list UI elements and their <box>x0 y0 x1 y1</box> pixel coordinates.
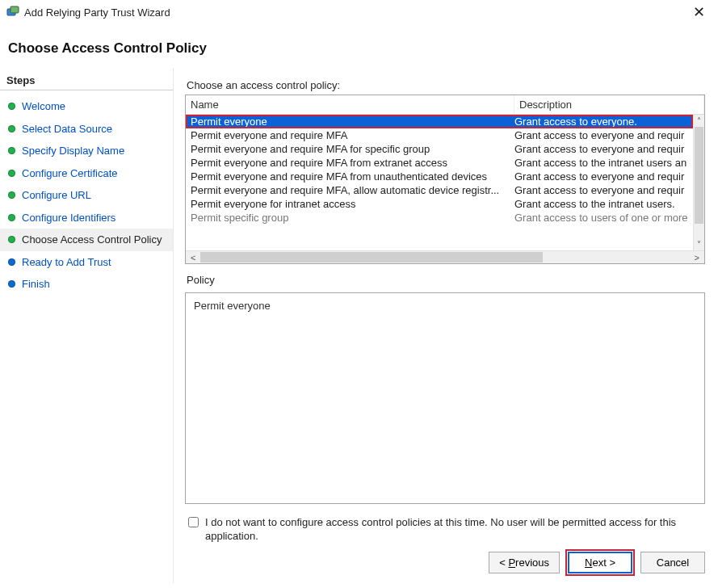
adfs-wizard-icon <box>6 6 19 19</box>
horizontal-scrollbar[interactable]: < > <box>186 250 704 263</box>
scroll-thumb-h[interactable] <box>200 252 543 262</box>
scroll-right-icon[interactable]: > <box>690 253 704 262</box>
table-row[interactable]: Permit everyone and require MFA for spec… <box>186 142 693 156</box>
table-header: Name Description <box>186 95 704 115</box>
steps-header: Steps <box>0 71 173 90</box>
cell-name: Permit everyone <box>191 116 514 128</box>
step-label: Configure Certificate <box>22 166 118 181</box>
cell-name: Permit everyone for intranet access <box>191 198 514 210</box>
cell-description: Grant access to everyone and requir <box>514 184 688 196</box>
close-icon[interactable]: ✕ <box>688 5 710 19</box>
step-label: Welcome <box>22 99 65 114</box>
scroll-track[interactable] <box>694 127 704 238</box>
step-label: Finish <box>22 277 50 292</box>
cell-description: Grant access to everyone and requir <box>514 129 688 141</box>
cancel-button[interactable]: Cancel <box>640 552 705 573</box>
cell-name: Permit everyone and require MFA <box>191 129 514 141</box>
policy-preview: Permit everyone <box>185 292 705 504</box>
table-row[interactable]: Permit specific groupGrant access to use… <box>186 211 693 225</box>
wizard-buttons: < PPreviousrevious Next >Next > Cancel <box>185 552 705 577</box>
table-row[interactable]: Permit everyone and require MFA, allow a… <box>186 183 693 197</box>
scroll-left-icon[interactable]: < <box>186 253 200 262</box>
step-item[interactable]: Configure URL <box>0 184 173 207</box>
main-panel: Choose an access control policy: Name De… <box>174 68 718 583</box>
cell-name: Permit everyone and require MFA from una… <box>191 170 514 183</box>
cell-description: Grant access to the intranet users. <box>514 198 688 210</box>
step-item[interactable]: Welcome <box>0 95 173 118</box>
col-name[interactable]: Name <box>186 95 514 114</box>
step-label: Choose Access Control Policy <box>22 233 162 247</box>
cell-description: Grant access to everyone. <box>514 116 688 128</box>
skip-policy-label: I do not want to configure access contro… <box>205 515 702 544</box>
vertical-scrollbar[interactable]: ˄ ˅ <box>693 115 704 250</box>
svg-rect-1 <box>10 6 19 13</box>
scroll-up-icon[interactable]: ˄ <box>697 115 701 127</box>
title-bar: Add Relying Party Trust Wizard ✕ <box>0 0 718 24</box>
cell-name: Permit everyone and require MFA, allow a… <box>191 184 514 196</box>
cell-name: Permit specific group <box>191 212 514 224</box>
step-item[interactable]: Select Data Source <box>0 118 173 141</box>
step-bullet-icon <box>8 258 15 266</box>
step-bullet-icon <box>8 170 15 177</box>
step-bullet-icon <box>8 103 15 110</box>
step-label: Specify Display Name <box>22 144 124 158</box>
skip-policy-checkbox[interactable] <box>188 517 199 527</box>
cell-name: Permit everyone and require MFA from ext… <box>191 157 514 169</box>
policy-box-label: Policy <box>187 274 705 286</box>
step-bullet-icon <box>8 147 15 154</box>
steps-sidebar: Steps WelcomeSelect Data SourceSpecify D… <box>0 68 174 583</box>
table-row[interactable]: Permit everyone and require MFA from una… <box>186 170 693 183</box>
next-button[interactable]: Next >Next > <box>568 552 632 573</box>
step-label: Select Data Source <box>22 122 112 136</box>
col-description[interactable]: Description <box>514 95 704 114</box>
cell-description: Grant access to the intranet users an <box>514 157 688 169</box>
scroll-down-icon[interactable]: ˅ <box>697 238 701 250</box>
policy-table: Name Description Permit everyoneGrant ac… <box>185 94 705 264</box>
window-title: Add Relying Party Trust Wizard <box>19 6 688 19</box>
step-item[interactable]: Specify Display Name <box>0 140 173 162</box>
step-bullet-icon <box>8 214 15 221</box>
table-row[interactable]: Permit everyone and require MFA from ext… <box>186 156 693 170</box>
step-bullet-icon <box>8 236 15 243</box>
policy-list-label: Choose an access control policy: <box>187 79 705 91</box>
step-bullet-icon <box>8 191 15 199</box>
cell-description: Grant access to everyone and requir <box>514 170 688 183</box>
previous-button[interactable]: < PPreviousrevious <box>489 552 560 573</box>
step-item[interactable]: Configure Identifiers <box>0 207 173 229</box>
scroll-track-h[interactable] <box>200 251 689 263</box>
table-row[interactable]: Permit everyone and require MFAGrant acc… <box>186 128 693 142</box>
step-label: Ready to Add Trust <box>22 255 111 270</box>
step-item[interactable]: Ready to Add Trust <box>0 251 173 274</box>
step-item[interactable]: Choose Access Control Policy <box>0 229 173 251</box>
step-bullet-icon <box>8 280 15 288</box>
step-item[interactable]: Configure Certificate <box>0 162 173 185</box>
page-title: Choose Access Control Policy <box>0 24 718 68</box>
step-label: Configure URL <box>22 188 91 203</box>
step-item[interactable]: Finish <box>0 273 173 296</box>
scroll-thumb[interactable] <box>695 127 703 224</box>
step-label: Configure Identifiers <box>22 211 115 225</box>
table-body: Permit everyoneGrant access to everyone.… <box>186 115 704 250</box>
table-row[interactable]: Permit everyone for intranet accessGrant… <box>186 197 693 211</box>
table-row[interactable]: Permit everyoneGrant access to everyone. <box>186 115 693 128</box>
step-bullet-icon <box>8 125 15 132</box>
cell-description: Grant access to everyone and requir <box>514 143 688 155</box>
cell-description: Grant access to users of one or more <box>514 212 688 224</box>
cell-name: Permit everyone and require MFA for spec… <box>191 143 514 155</box>
